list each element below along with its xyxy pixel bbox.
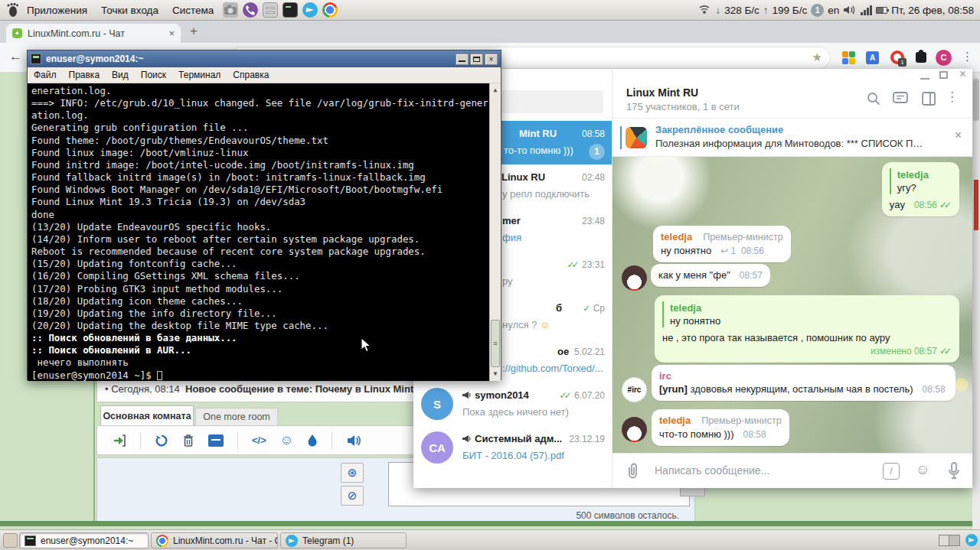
profile-avatar[interactable]: C	[936, 50, 952, 66]
menu-view[interactable]: Вид	[106, 70, 135, 80]
scrollbar-thumb[interactable]	[973, 79, 979, 121]
pinned-close-icon[interactable]: ×	[955, 129, 962, 142]
scroll-down-icon[interactable]: ▼	[490, 368, 501, 380]
sidebar-toggle-icon[interactable]	[922, 92, 936, 106]
network-icon[interactable]	[697, 4, 711, 16]
trash-icon[interactable]	[182, 434, 194, 447]
attach-icon[interactable]	[624, 462, 641, 480]
extension-grid-icon[interactable]	[842, 51, 855, 64]
telegram-chat-area: × Linux Mint RU 175 участников, 1 в сети…	[612, 69, 972, 488]
discussion-icon[interactable]	[893, 92, 908, 106]
terminal-scrollbar[interactable]: ▲ ≡ ▼	[489, 83, 501, 381]
new-tab-button[interactable]: +	[190, 24, 198, 39]
reply-quote[interactable]: teledja ну понятно	[662, 301, 952, 327]
scroll-up-icon[interactable]: ▲	[490, 84, 501, 96]
telegram-launcher-icon[interactable]	[302, 2, 318, 18]
terminal-titlebar[interactable]: enuser@symon2014:~ ×	[28, 50, 501, 67]
maximize-icon[interactable]	[939, 71, 948, 79]
top-panel: Приложения Точки входа Система ↓ 328 Б/с…	[0, 0, 980, 21]
keyboard-layout[interactable]: en	[828, 5, 839, 16]
news-date: Сегодня, 08:14	[111, 383, 180, 395]
minimize-button[interactable]	[456, 54, 469, 65]
reply-quote[interactable]: teledja угу?	[890, 168, 952, 194]
message-input[interactable]: Написать сообщение...	[655, 464, 769, 477]
browser-menu-icon[interactable]: ⋮	[962, 50, 973, 63]
telegram-tray-icon[interactable]	[965, 534, 978, 546]
close-icon[interactable]: ×	[959, 67, 966, 81]
viber-launcher-icon[interactable]	[243, 2, 258, 18]
chrome-icon	[156, 535, 168, 547]
close-button[interactable]: ×	[485, 54, 498, 65]
message-bubble-incoming[interactable]: teledjaПремьер-министр ну понятно↩ 1 08:…	[653, 226, 791, 262]
menu-system[interactable]: Система	[165, 5, 220, 16]
terminal-launcher-icon[interactable]	[283, 2, 298, 18]
terminal-line: done	[31, 209, 497, 221]
user-avatar[interactable]	[622, 417, 647, 442]
workspace-switcher[interactable]	[939, 535, 960, 546]
menu-file[interactable]: Файл	[28, 70, 63, 80]
page-scrollbar[interactable]	[972, 73, 980, 529]
user-avatar[interactable]	[622, 265, 647, 291]
taskbar-button-telegram[interactable]: Telegram (1)	[280, 532, 407, 548]
maximize-button[interactable]	[470, 54, 483, 65]
code-icon[interactable]: </>	[252, 434, 266, 446]
battery-icon[interactable]	[876, 7, 887, 14]
sent-check-icon: ✓✓	[939, 200, 952, 210]
message-bubble-outgoing[interactable]: teledja угу? yay08:56✓✓	[882, 162, 959, 216]
irc-avatar[interactable]: #irc	[622, 377, 647, 402]
menu-applications[interactable]: Приложения	[20, 5, 94, 16]
sound-icon[interactable]	[346, 434, 361, 447]
message-history: teledja угу? yay08:56✓✓ teledjaПремьер-м…	[612, 157, 972, 453]
login-icon[interactable]	[113, 434, 126, 447]
bookmark-star-icon[interactable]: ★	[812, 50, 822, 64]
taskbar-button-browser[interactable]: LinuxMint.com.ru - Чат - Go...	[151, 532, 278, 548]
signal-bars-icon[interactable]	[861, 5, 872, 15]
chat-list-item[interactable]: S symon2014 ✓✓ 6.07.20 Пока здесь ничего…	[413, 382, 612, 426]
archive-icon[interactable]	[208, 434, 224, 447]
block-button[interactable]: ⊘	[341, 486, 364, 506]
gnome-menu-icon[interactable]	[5, 2, 20, 18]
tab-close-icon[interactable]: ×	[168, 28, 175, 39]
puzzle-extension-icon[interactable]	[916, 52, 926, 63]
emoticon-icon[interactable]: ☺	[280, 433, 293, 448]
menu-places[interactable]: Точки входа	[94, 5, 165, 16]
file-manager-launcher-icon[interactable]	[263, 2, 278, 18]
translate-extension-icon[interactable]: A	[866, 51, 879, 64]
terminal-line: (16/20) Compiling GSettings XML schema f…	[31, 270, 497, 282]
chrome-launcher-icon[interactable]	[322, 2, 338, 18]
terminal-line: нечего выполнять	[31, 356, 497, 369]
minimize-icon[interactable]	[920, 69, 929, 80]
menu-edit[interactable]: Правка	[63, 70, 106, 80]
emoji-icon[interactable]: ☺	[916, 461, 930, 478]
room-tab-other[interactable]: One more room	[195, 408, 278, 426]
volume-icon[interactable]	[843, 4, 857, 16]
clock[interactable]: Пт, 26 фев, 08:58	[891, 5, 974, 16]
message-bubble-outgoing[interactable]: teledja ну понятно не , это прога так на…	[655, 295, 959, 363]
refresh-icon[interactable]	[155, 434, 168, 447]
telegram-tray-icon[interactable]: 1	[811, 4, 824, 17]
taskbar-button-terminal[interactable]: enuser@symon2014:~	[19, 532, 149, 548]
menu-help[interactable]: Справка	[227, 70, 275, 80]
autoscroll-button[interactable]: ⊛	[341, 463, 364, 483]
message-bubble-incoming[interactable]: как у меня "фе"08:57	[651, 264, 770, 287]
bot-command-icon[interactable]: /	[883, 463, 900, 480]
room-tab-main[interactable]: Основная комната	[100, 405, 194, 426]
terminal-output[interactable]: eneration.log. ===> INFO: /etc/grub.d/10…	[28, 83, 501, 381]
menu-dots-icon[interactable]: ⋮	[946, 89, 959, 105]
terminal-line: Found theme: /boot/grub/themes/Endeavour…	[31, 135, 497, 147]
color-droplet-icon[interactable]	[307, 434, 318, 447]
chat-header[interactable]: Linux Mint RU 175 участников, 1 в сети ⋮	[612, 69, 972, 119]
browser-tab[interactable]: LinuxMint.com.ru - Чат ×	[6, 24, 181, 43]
search-icon[interactable]	[867, 92, 880, 106]
scrollbar-thumb[interactable]: ≡	[491, 320, 500, 367]
show-desktop-icon[interactable]	[3, 533, 18, 548]
back-icon[interactable]: ←	[9, 49, 22, 64]
microphone-icon[interactable]	[948, 462, 960, 480]
chat-list-item[interactable]: CA Системный адм... 23.12.19 БИТ - 2016.…	[413, 426, 612, 470]
message-bubble-incoming[interactable]: irc [yrun] здововья некурящим, остальным…	[652, 365, 956, 401]
menu-search[interactable]: Поиск	[135, 70, 172, 80]
menu-terminal[interactable]: Терминал	[172, 70, 227, 80]
pinned-message-bar[interactable]: Закреплённое сообщение Полезная информац…	[612, 119, 972, 157]
message-bubble-incoming[interactable]: teledjaПремьер-министр что-то помню )))0…	[652, 409, 789, 446]
screenshot-launcher-icon[interactable]	[223, 2, 238, 18]
